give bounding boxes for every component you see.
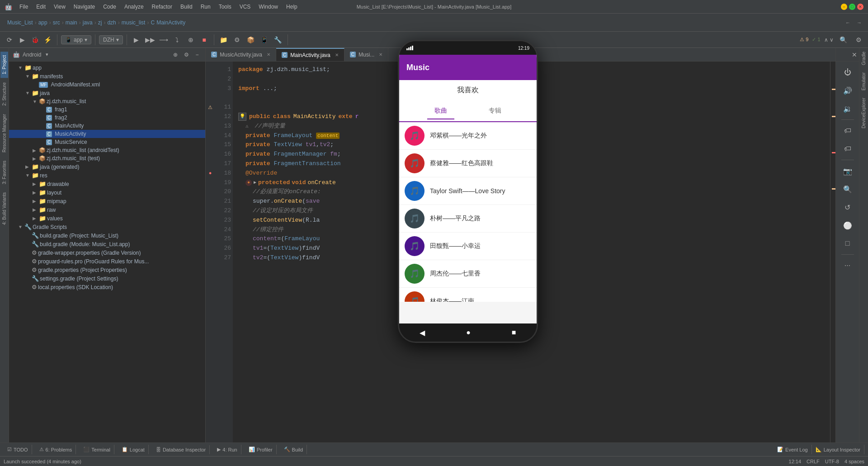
tree-item-java-generated[interactable]: ▶ 📁 java (generated)	[9, 162, 205, 171]
android-dropdown[interactable]: ▾	[46, 52, 48, 57]
tree-item-gradle-scripts[interactable]: ▼ 🔧 Gradle Scripts	[9, 223, 205, 231]
bottom-tab-database[interactable]: 🗄 Database Inspector	[152, 445, 210, 454]
bottom-tab-profiler[interactable]: 📊 Profiler	[245, 445, 277, 454]
bottom-tab-event-log[interactable]: 📝 Event Log	[774, 445, 812, 454]
menu-edit[interactable]: Edit	[33, 2, 49, 11]
breadcrumb-main[interactable]: main	[66, 19, 77, 26]
menu-vcs[interactable]: VCS	[236, 2, 255, 11]
sdk-button[interactable]: 📦	[245, 34, 257, 46]
tree-item-mipmap[interactable]: ▶ 📁 mipmap	[9, 197, 205, 205]
menu-file[interactable]: File	[16, 2, 32, 11]
settings2-button[interactable]: ⚙	[231, 34, 243, 46]
tree-item-package-test[interactable]: ▶ 📦 zj.dzh.music_list (test)	[9, 154, 205, 162]
phone-list-item-5[interactable]: 🎵 田馥甄——小幸运	[399, 233, 537, 260]
breadcrumb-src[interactable]: src	[53, 19, 60, 26]
phone-tab-albums[interactable]: 专辑	[481, 103, 509, 119]
phone-list-item-6[interactable]: 🎵 周杰伦——七里香	[399, 260, 537, 288]
phone-list-item-2[interactable]: 🎵 蔡健雅——红色高跟鞋	[399, 150, 537, 177]
bottom-tab-terminal[interactable]: ⬛ Terminal	[80, 445, 114, 454]
menu-build[interactable]: Build	[177, 2, 196, 11]
menu-analyze[interactable]: Analyze	[121, 2, 147, 11]
breadcrumb-project[interactable]: Music_List	[7, 19, 33, 26]
tree-item-layout[interactable]: ▶ 📁 layout	[9, 188, 205, 197]
tree-item-musicservice[interactable]: C MusicService	[9, 138, 205, 146]
tree-item-frag1[interactable]: C frag1	[9, 105, 205, 114]
gutter-19[interactable]: ●	[206, 169, 215, 178]
back-button[interactable]: ←	[843, 19, 853, 27]
vtab-device-explorer[interactable]: DeviceExplorer	[860, 94, 867, 132]
phone-tab-songs[interactable]: 歌曲	[427, 103, 454, 119]
debug-button[interactable]: 🐞	[29, 34, 41, 46]
menu-navigate[interactable]: Navigate	[70, 2, 99, 11]
vtab-favorites[interactable]: 3: Favorites	[0, 157, 8, 188]
tree-item-gradle-wrapper[interactable]: ⚙ gradle-wrapper.properties (Gradle Vers…	[9, 248, 205, 257]
code-hint-icon[interactable]: 💡	[238, 113, 246, 121]
tree-item-app[interactable]: ▼ 📁 app	[9, 63, 205, 72]
forward-button[interactable]: →	[854, 19, 864, 27]
profile-button[interactable]: ⚡	[42, 34, 53, 46]
emulator-power-button[interactable]: ⏻	[840, 65, 855, 80]
phone-back-button[interactable]: ◀	[420, 328, 425, 337]
run-resume-button[interactable]: ▶▶	[144, 34, 156, 46]
breadcrumb-file[interactable]: MainActivity	[156, 19, 185, 26]
tree-item-mainactivity[interactable]: C MainActivity	[9, 122, 205, 130]
phone-list-item-1[interactable]: 🎵 邓紫棋——光年之外	[399, 122, 537, 150]
tab-close[interactable]: ✕	[335, 52, 339, 57]
vtab-resource-manager[interactable]: Resource Manager	[0, 110, 8, 156]
tree-item-package-main[interactable]: ▼ 📦 zj.dzh.music_list	[9, 97, 205, 105]
maximize-button[interactable]: □	[849, 4, 855, 10]
sidebar-config-button[interactable]: ⚙	[182, 50, 191, 59]
menu-run[interactable]: Run	[197, 2, 214, 11]
status-encoding[interactable]: UTF-8	[825, 459, 839, 464]
vtab-project[interactable]: 1: Project	[0, 52, 8, 78]
emulator-tag1-button[interactable]: 🏷	[840, 124, 855, 138]
device-selector[interactable]: DZH ▾	[99, 35, 123, 44]
tree-item-manifests[interactable]: ▼ 📁 manifests	[9, 72, 205, 81]
file-button[interactable]: 📁	[218, 34, 230, 46]
tab-music[interactable]: C Musi... ✕	[344, 48, 389, 61]
phone-home-button[interactable]: ●	[466, 328, 471, 337]
breadcrumb-app[interactable]: app	[38, 19, 47, 26]
app-selector[interactable]: 📱 app ▾	[61, 35, 91, 44]
run-step-button[interactable]: ⟶	[158, 34, 170, 46]
bottom-tab-layout[interactable]: 📐 Layout Inspector	[812, 445, 864, 454]
emulator-circle-button[interactable]: ⚪	[840, 218, 855, 233]
phone-recents-button[interactable]: ■	[512, 328, 516, 337]
emulator-rotate-button[interactable]: ↺	[840, 200, 855, 214]
bottom-tab-run[interactable]: ▶ 4: Run	[213, 445, 241, 454]
breadcrumb-dzh[interactable]: dzh	[107, 19, 116, 26]
emulator-camera-button[interactable]: 📷	[840, 164, 855, 178]
tree-item-frag2[interactable]: C frag2	[9, 114, 205, 122]
breadcrumb-java[interactable]: java	[83, 19, 93, 26]
sidebar-collapse-button[interactable]: −	[193, 50, 202, 59]
status-time[interactable]: 12:14	[789, 459, 802, 464]
tree-item-build-gradle-module[interactable]: 🔧 build.gradle (Module: Music_List.app)	[9, 240, 205, 248]
tree-item-java[interactable]: ▼ 📁 java	[9, 89, 205, 97]
tab-mainactivity[interactable]: C MainActivity.java ✕	[276, 48, 344, 61]
menu-help[interactable]: Help	[283, 2, 301, 11]
tree-item-settings-gradle[interactable]: 🔧 settings.gradle (Project Settings)	[9, 274, 205, 283]
minimize-button[interactable]: −	[841, 4, 847, 10]
emulator-tag2-button[interactable]: 🏷	[840, 142, 855, 156]
bottom-tab-todo[interactable]: ☑ TODO	[4, 445, 32, 454]
tab-close[interactable]: ✕	[379, 52, 382, 57]
emulator-volume-down-button[interactable]: 🔉	[840, 101, 855, 116]
phone-list-item-3[interactable]: 🎵 Taylor Swift——Love Story	[399, 177, 537, 205]
tab-close[interactable]: ✕	[267, 52, 270, 57]
tree-item-proguard[interactable]: ⚙ proguard-rules.pro (ProGuard Rules for…	[9, 257, 205, 266]
status-line-ending[interactable]: CRLF	[807, 459, 820, 464]
sidebar-add-button[interactable]: ⊕	[171, 50, 180, 59]
tree-item-androidmanifest[interactable]: MF AndroidManifest.xml	[9, 81, 205, 89]
phone-list-item-7[interactable]: 🎵 林俊杰——江南	[399, 288, 537, 302]
tree-item-musicactivity[interactable]: C MusicActivity	[9, 130, 205, 138]
vtab-structure[interactable]: 2: Structure	[0, 79, 8, 109]
tree-item-build-gradle-project[interactable]: 🔧 build.gradle (Project: Music_List)	[9, 231, 205, 240]
run-frame-button[interactable]: ⤵	[171, 34, 183, 46]
device-button2[interactable]: 🔧	[272, 34, 284, 46]
avd-button[interactable]: 📱	[259, 34, 270, 46]
breakpoint-icon[interactable]: ●	[245, 180, 252, 186]
tree-item-local-properties[interactable]: ⚙ local.properties (SDK Location)	[9, 283, 205, 291]
search-button[interactable]: 🔍	[837, 34, 849, 46]
tree-item-raw[interactable]: ▶ 📁 raw	[9, 205, 205, 214]
menu-view[interactable]: View	[50, 2, 69, 11]
